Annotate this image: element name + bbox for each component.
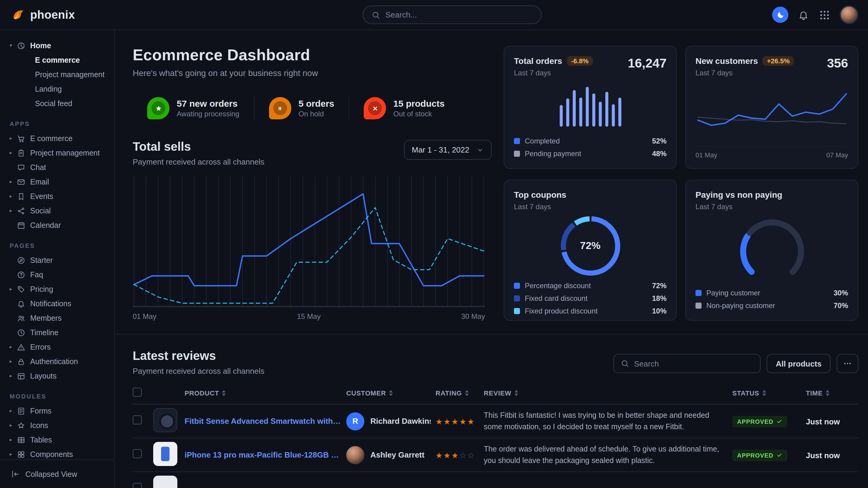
sort-icon[interactable] bbox=[763, 390, 766, 396]
total-orders-card: Total orders -6.8% Last 7 days 16,247 Co… bbox=[504, 46, 677, 169]
sidebar-item[interactable]: Timeline bbox=[0, 326, 114, 340]
all-products-button[interactable]: All products bbox=[767, 354, 831, 373]
sidebar-item-label: Project management bbox=[30, 149, 100, 157]
global-search[interactable] bbox=[363, 5, 542, 24]
product-image[interactable] bbox=[153, 475, 177, 488]
sidebar-item-label: Pricing bbox=[30, 285, 53, 294]
sidebar-subitem[interactable]: Landing bbox=[0, 82, 114, 96]
reviews-controls: All products bbox=[614, 354, 858, 373]
sidebar-subitem-label: E commerce bbox=[35, 56, 80, 65]
sidebar-item[interactable]: ▸ Email bbox=[0, 175, 114, 189]
stat-caption: Awating processing bbox=[177, 110, 240, 118]
sidebar-item[interactable]: ▸ Social bbox=[0, 204, 114, 218]
row-checkbox[interactable] bbox=[133, 415, 142, 424]
sidebar-item[interactable]: ▸ Authentication bbox=[0, 355, 114, 369]
home-sub-list: E commerce Project management Landing So… bbox=[0, 53, 114, 111]
sidebar-item[interactable]: ▸ Layouts bbox=[0, 369, 114, 383]
date-range-value: Mar 1 - 31, 2022 bbox=[412, 145, 469, 154]
sidebar-item-label: Calendar bbox=[30, 221, 61, 230]
stat-item: 5 orders On hold bbox=[254, 96, 349, 121]
product-image[interactable] bbox=[153, 442, 177, 466]
sidebar-subitem[interactable]: Project management bbox=[0, 67, 114, 82]
sidebar-subitem[interactable]: E commerce bbox=[0, 53, 114, 67]
sidebar-subitem[interactable]: Social feed bbox=[0, 96, 114, 111]
caret-icon: ▸ bbox=[10, 136, 17, 141]
page-subtitle: Here's what's going on at your business … bbox=[133, 68, 492, 78]
stat-caption: Out of stock bbox=[393, 110, 444, 118]
sort-icon[interactable] bbox=[222, 390, 226, 396]
star-icon bbox=[17, 421, 25, 430]
notifications-button[interactable] bbox=[798, 9, 809, 21]
alert-icon bbox=[17, 343, 25, 352]
sidebar-item[interactable]: ▸ Tables bbox=[0, 433, 114, 447]
x-icon bbox=[371, 105, 378, 112]
column-header-customer[interactable]: CUSTOMER bbox=[346, 389, 386, 396]
sidebar-item-label: Home bbox=[30, 42, 51, 50]
sidebar-item[interactable]: ▸ E commerce bbox=[0, 131, 114, 146]
product-image[interactable] bbox=[153, 408, 177, 432]
card-title: Total orders bbox=[514, 56, 562, 66]
table-header-row: PRODUCT CUSTOMER RATING REVIEW STATUS TI… bbox=[133, 388, 858, 404]
theme-toggle-button[interactable] bbox=[772, 7, 788, 23]
reviews-search-input[interactable] bbox=[634, 359, 753, 368]
sort-icon[interactable] bbox=[389, 390, 393, 396]
date-range-select[interactable]: Mar 1 - 31, 2022 bbox=[404, 140, 492, 160]
legend-swatch bbox=[695, 290, 702, 296]
row-checkbox[interactable] bbox=[133, 483, 142, 488]
sidebar-item[interactable]: Faq bbox=[0, 268, 114, 282]
cart-icon bbox=[17, 134, 25, 143]
sidebar-item[interactable]: ▸ Events bbox=[0, 189, 114, 204]
global-search-input[interactable] bbox=[385, 10, 533, 19]
sidebar-item[interactable]: Calendar bbox=[0, 218, 114, 233]
stat-icon-badge bbox=[269, 97, 291, 119]
sidebar-item[interactable]: ▸ Icons bbox=[0, 418, 114, 433]
row-checkbox[interactable] bbox=[133, 449, 142, 458]
sort-icon[interactable] bbox=[515, 390, 518, 396]
calendar-icon bbox=[17, 221, 25, 230]
legend-swatch bbox=[514, 138, 520, 144]
sidebar-item[interactable]: Chat bbox=[0, 160, 114, 175]
mail-icon bbox=[17, 178, 25, 186]
sidebar-item-label: Layouts bbox=[30, 372, 57, 380]
column-header-time[interactable]: TIME bbox=[806, 389, 823, 396]
x-label: 01 May bbox=[695, 151, 717, 159]
legend-label: Pending payment bbox=[525, 149, 581, 159]
more-options-button[interactable] bbox=[837, 354, 858, 373]
product-link[interactable]: Fitbit Sense Advanced Smartwatch with To… bbox=[185, 417, 341, 426]
legend-row: Fixed product discount 10% bbox=[514, 306, 666, 316]
sort-icon[interactable] bbox=[465, 390, 469, 396]
sidebar-item[interactable]: ▸ Forms bbox=[0, 404, 114, 418]
sidebar-item[interactable]: ▸ Errors bbox=[0, 340, 114, 355]
sidebar-item[interactable]: Members bbox=[0, 311, 114, 326]
stat-value: 5 orders bbox=[299, 98, 334, 108]
sidebar-item[interactable]: ▸ Pricing bbox=[0, 282, 114, 297]
reviews-search[interactable] bbox=[614, 354, 761, 373]
sidebar-item[interactable]: Starter bbox=[0, 253, 114, 268]
card-period: Last 7 days bbox=[695, 202, 848, 211]
sort-icon[interactable] bbox=[826, 390, 829, 396]
sidebar-item-home[interactable]: ▾ Home bbox=[0, 39, 114, 53]
brand[interactable]: phoenix bbox=[11, 7, 75, 22]
column-header-status[interactable]: STATUS bbox=[732, 389, 760, 396]
product-link[interactable]: iPhone 13 pro max-Pacific Blue-128GB sto… bbox=[185, 450, 341, 459]
clock-icon bbox=[17, 329, 25, 337]
column-header-product[interactable]: PRODUCT bbox=[185, 389, 219, 396]
caret-icon: ▸ bbox=[10, 359, 17, 364]
sidebar-item[interactable]: ▸ Components bbox=[0, 447, 114, 459]
user-avatar[interactable] bbox=[840, 5, 858, 24]
sidebar-collapse-toggle[interactable]: Collapsed View bbox=[0, 459, 114, 488]
chevron-down-icon bbox=[476, 146, 484, 154]
sidebar-nav: ▾ Home E commerce Project management Lan… bbox=[0, 30, 114, 459]
total-sells-chart bbox=[133, 176, 485, 307]
dashboard-left-column: Ecommerce Dashboard Here's what's going … bbox=[133, 46, 492, 334]
check-icon bbox=[776, 418, 782, 424]
ellipsis-icon bbox=[843, 359, 852, 368]
legend-value: 72% bbox=[652, 281, 666, 291]
column-header-rating[interactable]: RATING bbox=[435, 389, 462, 396]
apps-menu-button[interactable] bbox=[818, 9, 831, 21]
column-header-review[interactable]: REVIEW bbox=[484, 389, 512, 396]
sidebar-item[interactable]: Notifications bbox=[0, 297, 114, 311]
total-sells-subtitle: Payment received across all channels bbox=[133, 157, 264, 166]
sidebar-item[interactable]: ▸ Project management bbox=[0, 146, 114, 160]
select-all-checkbox[interactable] bbox=[133, 388, 142, 397]
